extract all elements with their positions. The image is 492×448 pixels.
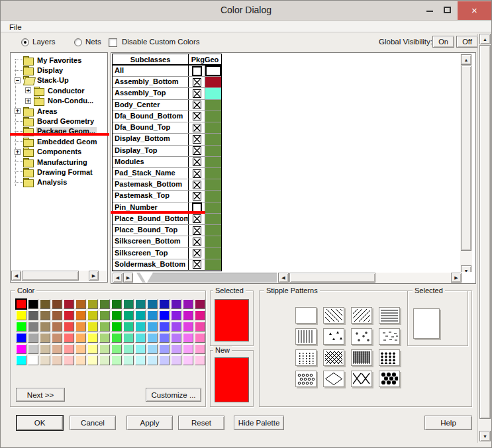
palette-swatch[interactable] — [99, 344, 110, 354]
palette-swatch[interactable] — [195, 322, 205, 332]
palette-swatch[interactable] — [111, 299, 122, 309]
checked-checkbox[interactable] — [193, 89, 201, 98]
stipple-pattern-circle-rings[interactable] — [295, 371, 317, 387]
palette-swatch[interactable] — [123, 322, 134, 332]
table-row-pastemask-top[interactable]: Pastemask_Top — [113, 191, 221, 202]
nets-radio[interactable] — [74, 38, 82, 46]
stipple-pattern-dense-grid[interactable] — [351, 349, 372, 366]
palette-swatch[interactable] — [99, 310, 110, 320]
palette-swatch[interactable] — [16, 344, 26, 354]
color-cell[interactable] — [205, 214, 221, 224]
palette-swatch[interactable] — [171, 310, 181, 320]
scroll-up-button[interactable]: ▲ — [461, 54, 471, 65]
help-button[interactable]: Help — [424, 416, 472, 430]
plus-expand-icon[interactable]: + — [15, 149, 21, 155]
palette-swatch[interactable] — [159, 344, 170, 354]
plus-expand-icon[interactable]: + — [25, 87, 31, 93]
palette-swatch[interactable] — [135, 333, 146, 343]
palette-swatch[interactable] — [171, 322, 181, 332]
tree-horizontal-scrollbar[interactable]: ◀ ▶ — [11, 271, 107, 281]
tree-item-drawing-format[interactable]: Drawing Format — [11, 167, 107, 177]
palette-swatch[interactable] — [64, 344, 74, 354]
palette-swatch[interactable] — [75, 310, 86, 320]
scroll-down-button[interactable]: ▼ — [479, 431, 491, 441]
color-cell[interactable] — [205, 77, 221, 87]
palette-swatch[interactable] — [123, 310, 134, 320]
table-row-body-center[interactable]: Body_Center — [113, 100, 221, 111]
palette-swatch[interactable] — [99, 333, 110, 343]
checked-checkbox[interactable] — [193, 214, 201, 223]
palette-swatch[interactable] — [147, 310, 158, 320]
titlebar[interactable]: Color Dialog × — [1, 1, 491, 21]
palette-swatch[interactable] — [183, 310, 193, 320]
next-button[interactable]: Next >> — [16, 388, 65, 402]
table-row-silkscreen-top[interactable]: Silkscreen_Top — [113, 248, 221, 259]
palette-swatch[interactable] — [135, 310, 146, 320]
palette-swatch[interactable] — [87, 333, 98, 343]
checked-checkbox[interactable] — [193, 78, 201, 87]
palette-swatch[interactable] — [52, 344, 62, 354]
stipple-pattern-x-lattice[interactable] — [351, 371, 372, 387]
palette-swatch[interactable] — [195, 355, 205, 365]
reset-button[interactable]: Reset — [178, 416, 224, 430]
palette-swatch[interactable] — [87, 310, 98, 320]
unchecked-checkbox[interactable] — [192, 66, 202, 76]
minimize-button[interactable] — [422, 1, 438, 20]
table-row-silkscreen-bottom[interactable]: Silkscreen_Bottom — [113, 236, 221, 247]
palette-swatch[interactable] — [16, 299, 26, 309]
table-row-dfa-bound-bottom[interactable]: Dfa_Bound_Bottom — [113, 111, 221, 122]
palette-swatch[interactable] — [135, 322, 146, 332]
palette-swatch[interactable] — [135, 344, 146, 354]
palette-swatch[interactable] — [183, 299, 193, 309]
checked-checkbox[interactable] — [193, 226, 201, 235]
stipple-pattern-diamond-lattice[interactable] — [323, 349, 344, 366]
cancel-button[interactable]: Cancel — [70, 416, 116, 430]
plus-expand-icon[interactable]: + — [25, 98, 31, 104]
palette-swatch[interactable] — [171, 333, 181, 343]
close-button[interactable]: × — [458, 1, 491, 20]
checked-checkbox[interactable] — [193, 112, 201, 120]
sheet-tab-sliver[interactable] — [136, 273, 146, 283]
checked-checkbox[interactable] — [193, 101, 201, 109]
palette-swatch[interactable] — [123, 299, 134, 309]
disable-custom-colors-checkbox[interactable] — [109, 38, 117, 47]
color-cell[interactable] — [205, 134, 221, 144]
global-on-button[interactable]: On — [432, 36, 454, 48]
palette-swatch[interactable] — [87, 322, 98, 332]
palette-swatch[interactable] — [111, 344, 122, 354]
palette-swatch[interactable] — [64, 299, 74, 309]
scroll-right-button[interactable]: ▶ — [451, 273, 462, 283]
tree-item-my-favorites[interactable]: My Favorites — [11, 55, 107, 65]
customize-button[interactable]: Customize ... — [146, 388, 201, 402]
stipple-pattern-vertical-lines[interactable] — [295, 328, 317, 345]
tree-item-non-condu[interactable]: +Non-Condu... — [11, 96, 107, 106]
palette-swatch[interactable] — [111, 310, 122, 320]
scroll-right-button[interactable]: ▶ — [89, 271, 99, 281]
checked-checkbox[interactable] — [193, 260, 201, 269]
checked-checkbox[interactable] — [193, 181, 201, 189]
palette-swatch[interactable] — [195, 333, 205, 343]
color-cell[interactable] — [205, 179, 221, 190]
ok-button[interactable]: OK — [17, 416, 63, 430]
palette-swatch[interactable] — [159, 310, 170, 320]
table-horizontal-scrollbar[interactable]: ◀ ▶ — [278, 273, 462, 283]
table-row-assembly-bottom[interactable]: Assembly_Bottom — [113, 77, 221, 88]
palette-swatch[interactable] — [40, 322, 50, 332]
palette-swatch[interactable] — [171, 344, 181, 354]
maximize-button[interactable] — [439, 1, 455, 20]
palette-swatch[interactable] — [64, 333, 74, 343]
plus-expand-icon[interactable]: + — [15, 108, 21, 114]
global-off-button[interactable]: Off — [456, 36, 478, 48]
palette-swatch[interactable] — [123, 355, 134, 365]
apply-button[interactable]: Apply — [126, 416, 173, 430]
scroll-thumb[interactable] — [22, 271, 79, 281]
palette-swatch[interactable] — [52, 310, 62, 320]
stipple-pattern-diagonal-forward[interactable] — [351, 307, 372, 324]
palette-swatch[interactable] — [28, 310, 38, 320]
palette-swatch[interactable] — [183, 355, 193, 365]
table-row-display-top[interactable]: Display_Top — [113, 146, 221, 157]
stipple-pattern-heavy-dots[interactable] — [379, 371, 400, 387]
checked-checkbox[interactable] — [193, 135, 201, 144]
palette-swatch[interactable] — [75, 344, 86, 354]
palette-swatch[interactable] — [135, 355, 146, 365]
